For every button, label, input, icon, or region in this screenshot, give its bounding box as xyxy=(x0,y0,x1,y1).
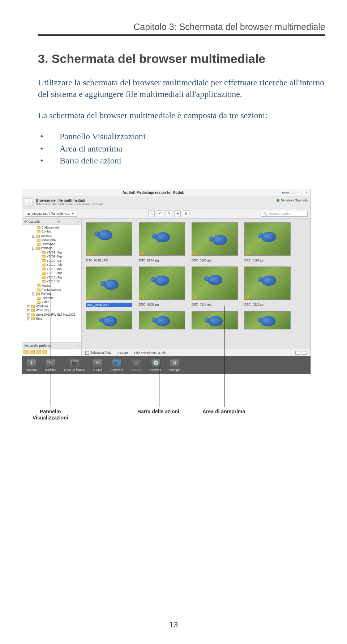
tree-item[interactable]: Contatti xyxy=(22,230,81,234)
tree-item[interactable]: +Windows xyxy=(22,304,81,308)
folder-tree[interactable]: CollegamentiContatti+DesktopDocumentiDow… xyxy=(22,225,81,342)
folder-icon[interactable] xyxy=(42,350,47,354)
tree-item[interactable]: Ricerche xyxy=(22,296,81,300)
thumbnail[interactable]: ★DSC_0178.JPG xyxy=(86,222,132,262)
thumbnail[interactable]: ★DSC_0197.jpg xyxy=(244,222,291,262)
thumbnail[interactable]: ★DSC_0190.jpg xyxy=(192,222,238,262)
folder-icon[interactable] xyxy=(30,350,35,354)
service-link[interactable]: Servizio e Supporto xyxy=(277,199,308,202)
tree-item[interactable]: +Unità DVD RW (E:) MaxDOS xyxy=(22,313,81,317)
tree-item[interactable]: +Rete xyxy=(22,317,81,321)
folder-icon xyxy=(37,289,40,291)
thumbnail[interactable]: ★DSC_0214.jpg xyxy=(192,266,238,307)
home-icon[interactable]: ⌂ xyxy=(25,199,33,206)
thumbnail[interactable]: ★DSC_0184.jpg xyxy=(139,222,185,262)
tree-item[interactable]: Y2010-Mar xyxy=(22,271,81,275)
star-icon: ★ xyxy=(193,250,198,256)
rating-button[interactable]: ★ xyxy=(174,210,181,217)
action-icon: 👥 xyxy=(112,359,121,367)
expand-icon[interactable]: - xyxy=(32,247,35,250)
tree-item[interactable]: +Desktop xyxy=(22,234,81,238)
thumbnail[interactable]: ★DSC_0208.jpg xyxy=(139,266,185,307)
extra-link[interactable]: Extra xyxy=(282,191,289,194)
expand-icon[interactable]: + xyxy=(27,317,30,320)
action-label: E-Mail xyxy=(93,368,102,372)
tree-item[interactable]: Documenti xyxy=(22,238,81,242)
maximize-icon[interactable]: ▭ xyxy=(298,191,302,194)
close-icon[interactable]: × xyxy=(305,191,308,194)
thumbnail[interactable]: ★DSC_0218.jpg xyxy=(244,266,291,307)
action-importa[interactable]: ⬇Importa xyxy=(26,359,37,372)
tree-item[interactable]: Y2010-Feb xyxy=(22,263,81,267)
select-all-check[interactable]: ✓Seleziona Tutto xyxy=(85,351,112,355)
callout-line xyxy=(159,365,159,407)
favorites-body xyxy=(22,349,81,356)
expand-icon[interactable]: + xyxy=(27,314,30,316)
action-icon: 🎬 xyxy=(70,359,79,367)
folders-panel-header[interactable]: ⟳ Cartelle ⚙ × xyxy=(22,219,81,225)
sort-button[interactable]: ⇅ xyxy=(148,210,155,217)
folder-icon[interactable] xyxy=(36,350,41,354)
rotate-right-button[interactable]: ↷ xyxy=(166,210,172,217)
tree-item[interactable]: -Immagini xyxy=(22,246,81,250)
thumbnail-image: ★ xyxy=(139,266,185,300)
tree-item[interactable]: Y2010-Oct xyxy=(22,280,81,283)
tree-item-label: Rete xyxy=(36,317,42,321)
thumbnail[interactable] xyxy=(192,311,238,329)
thumbnail-image: ★ xyxy=(192,266,238,300)
tree-item[interactable]: Collegamenti xyxy=(22,226,81,230)
tree-item[interactable]: Y2010-May xyxy=(22,276,81,280)
tree-item[interactable]: Y2009-Sep xyxy=(22,255,81,259)
star-icon: ★ xyxy=(246,294,251,300)
folder-icon[interactable] xyxy=(23,350,29,354)
tree-item[interactable]: Download xyxy=(22,242,81,246)
favorites-panel-header[interactable]: ⟳ Cartelle preferite × xyxy=(22,342,81,349)
expand-icon[interactable]: + xyxy=(32,293,35,295)
tree-item[interactable]: Partite salvate xyxy=(22,288,81,292)
file-count: 1 file selezionati / 37 file xyxy=(134,351,166,355)
gear-icon[interactable]: ⚙ xyxy=(57,220,60,223)
thumbnail-grid: ★DSC_0178.JPG★DSC_0184.jpg★DSC_0190.jpg★… xyxy=(82,219,310,349)
tree-item-label: Preferiti xyxy=(41,292,51,296)
tree-item[interactable]: Y2010-Apr xyxy=(22,259,81,263)
tree-item-label: Documenti xyxy=(42,238,56,242)
view-switcher[interactable] xyxy=(295,351,307,355)
folder-icon xyxy=(42,255,46,258)
media-filter-combo[interactable]: ▦ Mostra tutti i file multime... ▼ xyxy=(25,211,77,217)
status-bar: ✓Seleziona Tutto 1.47MB 1 file seleziona… xyxy=(82,349,310,356)
expand-icon[interactable]: + xyxy=(32,235,35,238)
minimize-icon[interactable]: _ xyxy=(292,191,295,194)
star-icon: ★ xyxy=(193,294,198,300)
tree-item[interactable]: Y2009-May xyxy=(22,251,81,255)
rotate-left-button[interactable]: ↶ xyxy=(157,210,163,217)
search-input[interactable]: 🔍 Ricerca rapida xyxy=(261,211,308,217)
action-archivia[interactable]: 💿Archivia xyxy=(150,359,161,372)
status-dot-icon xyxy=(277,199,279,202)
action-stampa[interactable]: 🖶Stampa xyxy=(169,359,180,372)
thumbnail[interactable] xyxy=(86,311,132,329)
thumbnail[interactable]: ★DSC_0198.JPG xyxy=(86,266,132,307)
delete-button[interactable]: 🗑 xyxy=(183,210,189,217)
thumbnail-caption: DSC_0197.jpg xyxy=(244,259,291,262)
star-icon: ★ xyxy=(246,250,251,256)
tree-item[interactable]: +Preferiti xyxy=(22,292,81,296)
close-panel-icon[interactable]: × xyxy=(77,220,79,223)
expand-icon[interactable]: + xyxy=(27,309,30,312)
close-panel-icon[interactable]: × xyxy=(77,344,79,347)
thumbnail[interactable] xyxy=(244,311,291,329)
thumbnail[interactable] xyxy=(139,311,185,329)
tree-item[interactable]: Musica xyxy=(22,284,81,288)
tree-item[interactable]: Y2010-Jan xyxy=(22,267,81,271)
thumbnail-image: ★ xyxy=(139,222,185,256)
action-icon: ⇄ xyxy=(132,359,141,367)
tree-item[interactable]: Video xyxy=(22,300,81,304)
action-crea-un-filmato[interactable]: 🎬Crea un filmato xyxy=(64,359,85,372)
expand-icon[interactable]: + xyxy=(27,305,30,308)
action-e-mail[interactable]: ✉E-Mail xyxy=(93,359,102,372)
tree-item[interactable]: +Work (D:) xyxy=(22,308,81,312)
folder-icon xyxy=(37,297,40,300)
thumbnail-image: ★ xyxy=(192,222,238,256)
action-condividi[interactable]: 👥Condividi xyxy=(110,359,123,372)
rule-thin xyxy=(38,37,325,37)
app-title: ArcSoft MediaImpression for Kodak xyxy=(24,191,282,195)
